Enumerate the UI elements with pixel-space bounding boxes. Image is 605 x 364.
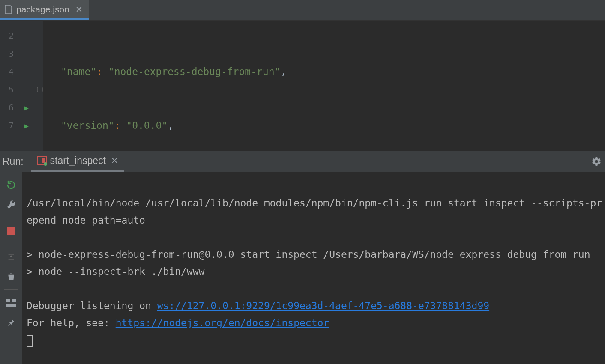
run-toolwindow-header: Run: start_inspect ✕ [0,151,605,172]
line-number: 7 [9,120,14,131]
pin-icon[interactable] [3,314,20,331]
run-gutter-icon[interactable]: ▶ [24,121,29,130]
run-toolwindow-body: /usr/local/bin/node /usr/local/lib/node_… [0,172,605,364]
wrench-icon[interactable] [3,196,20,213]
console-output[interactable]: /usr/local/bin/node /usr/local/lib/node_… [22,172,605,364]
editor-tabbar: { } package.json ✕ [0,0,605,21]
close-icon[interactable]: ✕ [111,155,118,166]
line-number: 5 [9,84,14,95]
line-number: 4 [9,66,14,77]
scroll-to-end-icon[interactable] [3,248,20,266]
svg-rect-3 [12,299,16,302]
code-editor[interactable]: 2 3 4 5 6 ▶ 7 ▶ "name": "node-express-de… [0,21,605,151]
debugger-ws-link[interactable]: ws://127.0.0.1:9229/1c99ea3d-4aef-47e5-a… [157,300,489,311]
run-toolbar [0,172,22,364]
npm-run-icon [37,156,47,165]
code-area[interactable]: "name": "node-express-debug-from-run", "… [43,21,605,151]
line-number: 6 [9,102,14,113]
run-tab-label: start_inspect [50,155,106,167]
svg-text:{ }: { } [6,9,12,13]
run-gutter-icon[interactable]: ▶ [24,103,29,112]
json-value: "node-express-debug-from-run" [108,66,281,77]
console-line: For help, see: [27,317,116,328]
rerun-button[interactable] [3,176,20,194]
toolbar-separator [4,218,18,218]
toolbar-separator [4,244,18,244]
svg-rect-4 [6,304,16,307]
console-cursor [27,335,33,347]
console-line: /usr/local/bin/node /usr/local/lib/node_… [27,197,602,226]
run-tab-start-inspect[interactable]: start_inspect ✕ [31,151,124,172]
toolbar-separator [4,289,18,290]
close-icon[interactable]: ✕ [75,4,83,15]
trash-icon[interactable] [3,268,20,285]
json-value: "0.0.0" [126,120,168,131]
help-link[interactable]: https://nodejs.org/en/docs/inspector [116,317,329,328]
gear-icon[interactable] [591,156,605,167]
stop-button[interactable] [3,222,20,239]
fold-icon[interactable] [37,84,43,95]
console-line: > node-express-debug-from-run@0.0.0 star… [27,249,590,260]
editor-tab-label: package.json [16,4,69,15]
json-key: "version" [61,120,114,131]
gutter-edge [0,21,3,151]
json-file-icon: { } [4,5,13,14]
line-number: 2 [9,30,14,41]
editor-tab-package-json[interactable]: { } package.json ✕ [0,0,89,20]
line-gutter: 2 3 4 5 6 ▶ 7 ▶ [3,21,43,151]
run-label: Run: [0,156,31,167]
line-number: 3 [9,48,14,59]
layout-icon[interactable] [3,294,20,311]
svg-rect-2 [6,299,10,302]
console-line: Debugger listening on [27,300,157,311]
json-key: "name" [61,66,96,77]
console-line: > node --inspect-brk ./bin/www [27,266,204,277]
